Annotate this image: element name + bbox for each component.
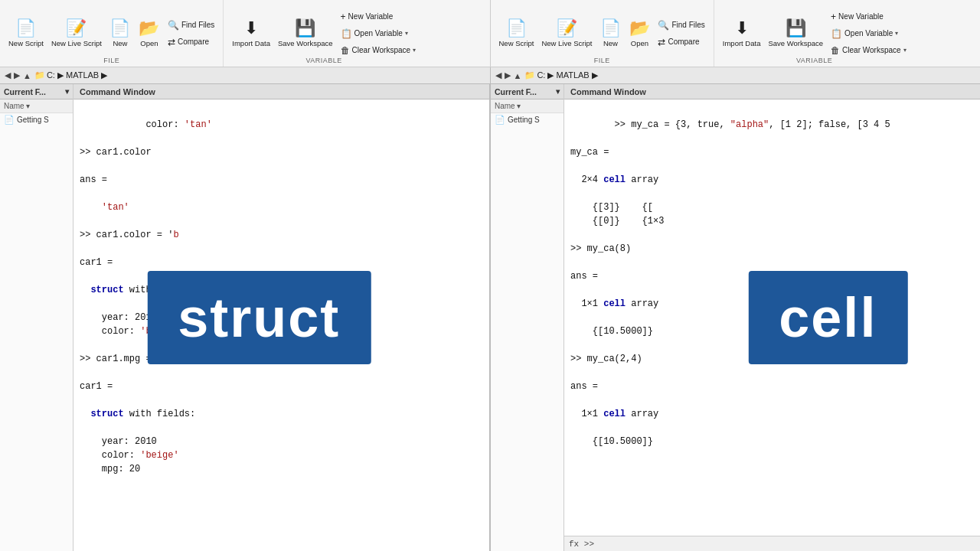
new-variable-button-left[interactable]: + New Variable [337,9,420,24]
find-files-label-left: Find Files [181,21,214,29]
new-variable-label-left: New Variable [348,12,394,21]
new-button-right[interactable]: 📄 New [596,8,625,59]
path-left: C: ▶ MATLAB ▶ [47,70,107,80]
new-var-icon-left: + [341,11,346,22]
variable-section-label-left: VARIABLE [224,57,424,64]
left-panel-title: Current F... [4,87,46,96]
var-group-left: + New Variable 📋 Open Variable ▾ 🗑 Clear… [337,8,420,59]
browse-btn-left[interactable]: 📁 [33,70,47,80]
new-label-right: New [603,40,618,47]
new-script-button[interactable]: 📄 New Script [5,8,47,59]
path-text-left: C: ▶ MATLAB ▶ [47,70,107,80]
right-cmd-content[interactable]: >> my_ca = {3, true, "alpha", [1 2]; fal… [564,99,980,536]
new-variable-button-right[interactable]: + New Variable [827,9,910,24]
right-address: ◀ ▶ ▲ 📁 C: ▶ MATLAB ▶ [491,67,981,83]
open-label-right: Open [631,40,648,47]
import-label-left: Import Data [232,40,270,47]
left-panel-header: Current F... ▾ [0,84,73,99]
file-section-label-right: FILE [491,57,714,64]
right-panel-title: Current F... [495,87,537,96]
toolbar: 📄 New Script 📝 New Live Script 📄 New 📂 O… [0,0,980,67]
right-cmd-title: Command Window [570,87,646,96]
left-side-panel: Current F... ▾ Name ▾ 📄 Getting S [0,84,74,551]
save-workspace-button-left[interactable]: 💾 Save Workspace [274,8,337,59]
getting-started-label-left: Getting S [17,116,49,124]
compare-icon-right: ⇄ [658,37,665,47]
compare-button-right[interactable]: ⇄ Compare [654,34,708,50]
save-workspace-label-right: Save Workspace [768,40,823,47]
up-btn-right[interactable]: ▲ [512,71,524,80]
find-files-button-right[interactable]: 🔍 Find Files [654,18,708,33]
import-label-right: Import Data [723,40,761,47]
back-btn-left[interactable]: ◀ [3,70,12,80]
right-panel-collapse-icon[interactable]: ▾ [556,87,560,96]
clear-workspace-label-left: Clear Workspace [352,46,411,54]
find-files-button-left[interactable]: 🔍 Find Files [164,18,218,33]
open-icon-right: 📂 [629,18,650,38]
open-variable-label-right: Open Variable [844,29,893,37]
left-cmd-header: Command Window [74,84,489,99]
clear-workspace-button-left[interactable]: 🗑 Clear Workspace ▾ [337,43,420,58]
find-compare-group-right: 🔍 Find Files ⇄ Compare [654,8,708,59]
var-group-right: + New Variable 📋 Open Variable ▾ 🗑 Clear… [827,8,910,59]
new-script-icon: 📄 [15,18,36,38]
new-script-button-right[interactable]: 📄 New Script [495,8,538,59]
compare-label-left: Compare [178,37,209,46]
back-btn-right[interactable]: ◀ [494,70,503,80]
save-workspace-label-left: Save Workspace [278,40,333,47]
new-live-script-icon: 📝 [66,18,87,38]
left-cmd-content[interactable]: color: 'tan' >> car1.color ans = 'tan' >… [74,99,489,551]
new-live-script-label: New Live Script [51,40,102,47]
left-panel-item-getting-started[interactable]: 📄 Getting S [0,113,73,126]
clear-workspace-button-right[interactable]: 🗑 Clear Workspace ▾ [827,43,910,58]
open-variable-button-left[interactable]: 📋 Open Variable ▾ [337,26,420,41]
open-button-right[interactable]: 📂 Open [625,8,654,59]
left-variable-section: ⬇ Import Data 💾 Save Workspace + New Var… [224,0,424,67]
file-section-label-left: FILE [0,57,223,64]
path-text-right: C: ▶ MATLAB ▶ [537,70,597,80]
right-panel-item-getting-started[interactable]: 📄 Getting S [491,113,564,126]
find-icon-right: 🔍 [658,20,669,31]
right-variable-section: ⬇ Import Data 💾 Save Workspace + New Var… [714,0,915,67]
open-variable-button-right[interactable]: 📋 Open Variable ▾ [827,26,910,41]
right-file-section: 📄 New Script 📝 New Live Script 📄 New 📂 O… [491,0,714,67]
new-live-script-label-right: New Live Script [541,40,592,47]
import-icon-right: ⬇ [735,18,749,38]
new-live-script-button-right[interactable]: 📝 New Live Script [537,8,596,59]
left-pane: Current F... ▾ Name ▾ 📄 Getting S Comman… [0,84,491,551]
import-data-button-right[interactable]: ⬇ Import Data [719,8,765,59]
save-workspace-icon-left: 💾 [295,18,315,38]
compare-icon-left: ⇄ [168,37,175,47]
left-toolbar: 📄 New Script 📝 New Live Script 📄 New 📂 O… [0,0,491,67]
new-live-script-icon-right: 📝 [557,18,577,38]
left-file-section: 📄 New Script 📝 New Live Script 📄 New 📂 O… [0,0,224,67]
clear-icon-right: 🗑 [831,45,840,56]
variable-section-label-right: VARIABLE [714,57,915,64]
forward-btn-right[interactable]: ▶ [503,70,512,80]
forward-btn-left[interactable]: ▶ [12,70,21,80]
new-live-script-button[interactable]: 📝 New Live Script [47,8,106,59]
getting-started-label-right: Getting S [508,116,540,124]
path-right: C: ▶ MATLAB ▶ [537,70,597,80]
clear-arrow-right: ▾ [903,47,906,54]
browse-btn-right[interactable]: 📁 [523,70,537,80]
left-panel-col-header: Name ▾ [0,99,73,113]
new-button-left[interactable]: 📄 New [106,8,135,59]
right-panel-col-header: Name ▾ [491,99,564,113]
save-workspace-button-right[interactable]: 💾 Save Workspace [764,8,827,59]
import-data-button-left[interactable]: ⬇ Import Data [228,8,274,59]
new-var-icon-right: + [831,11,836,22]
compare-button-left[interactable]: ⇄ Compare [164,34,218,50]
open-button-left[interactable]: 📂 Open [135,8,164,59]
new-icon-right: 📄 [600,18,621,38]
find-icon-left: 🔍 [168,20,179,31]
left-cmd-title: Command Window [80,87,155,96]
find-files-label-right: Find Files [671,21,704,29]
left-command-window: Command Window color: 'tan' >> car1.colo… [74,84,489,551]
save-workspace-icon-right: 💾 [786,18,806,38]
left-panel-collapse-icon[interactable]: ▾ [65,87,69,96]
clear-icon-left: 🗑 [341,45,350,56]
new-variable-label-right: New Variable [838,12,884,21]
open-icon-left: 📂 [139,18,159,38]
up-btn-left[interactable]: ▲ [21,71,33,80]
